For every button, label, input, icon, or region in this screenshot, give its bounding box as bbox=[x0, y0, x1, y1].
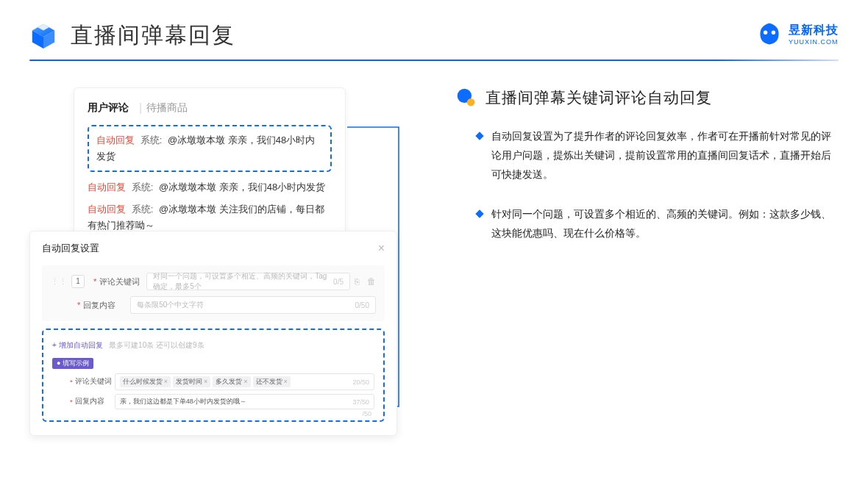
keyword-label: 评论关键词 bbox=[99, 276, 142, 287]
tab-separator: | bbox=[139, 101, 142, 115]
page-title: 直播间弹幕回复 bbox=[71, 21, 235, 51]
settings-modal: 自动回复设置 × ⋮⋮ 1 * 评论关键词 对同一个问题，可设置多个相近、高频的… bbox=[29, 231, 397, 436]
section-header: 直播间弹幕关键词评论自动回复 bbox=[456, 87, 839, 108]
required-mark: * bbox=[70, 398, 73, 406]
required-mark: * bbox=[70, 378, 73, 386]
keyword-tag[interactable]: 发货时间 bbox=[173, 376, 210, 387]
rule-number: 1 bbox=[71, 275, 85, 288]
brand-logo: 昱新科技 YUUXIN.COM bbox=[756, 21, 839, 47]
keyword-tag[interactable]: 还不发货 bbox=[253, 376, 291, 387]
keyword-tag[interactable]: 多久发货 bbox=[213, 376, 250, 387]
comment-tabs: 用户评论 | 待播商品 bbox=[88, 101, 332, 115]
auto-reply-tag: 自动回复 bbox=[96, 134, 135, 146]
comment-line: 自动回复 系统: @冰墩墩本墩 亲亲，我们48小时内发货 bbox=[96, 132, 323, 165]
svg-point-4 bbox=[764, 31, 767, 35]
tab-user-comments[interactable]: 用户评论 bbox=[88, 101, 129, 115]
content-counter: 0/50 bbox=[355, 301, 369, 309]
bullet-item: 自动回复设置为了提升作者的评论回复效率，作者可在开播前针对常见的评论用户问题，提… bbox=[456, 127, 839, 184]
brand-name-en: YUUXIN.COM bbox=[789, 38, 839, 46]
add-rule-hint: 最多可建10条 还可以创建9条 bbox=[109, 341, 204, 349]
ex-keyword-label: 评论关键词 bbox=[75, 377, 112, 387]
drag-handle-icon[interactable]: ⋮⋮ bbox=[51, 277, 67, 287]
keyword-placeholder: 对同一个问题，可设置多个相近、高频的关键词，Tag确定，最多5个 bbox=[153, 271, 333, 292]
comment-line: 自动回复 系统: @冰墩墩本墩 关注我们的店铺，每日都有热门推荐呦～ bbox=[88, 201, 332, 234]
required-mark: * bbox=[93, 277, 96, 286]
brand-name-cn: 昱新科技 bbox=[789, 23, 839, 38]
bullet-text: 自动回复设置为了提升作者的评论回复效率，作者可在开播前针对常见的评论用户问题，提… bbox=[491, 127, 839, 184]
comment-line: 自动回复 系统: @冰墩墩本墩 亲亲，我们48小时内发货 bbox=[88, 179, 332, 195]
screenshot-column: 用户评论 | 待播商品 自动回复 系统: @冰墩墩本墩 亲亲，我们48小时内发货… bbox=[29, 87, 383, 263]
page-header: 直播间弹幕回复 昱新科技 YUUXIN.COM bbox=[0, 0, 868, 60]
required-mark: * bbox=[77, 301, 80, 309]
keyword-input[interactable]: 对同一个问题，可设置多个相近、高频的关键词，Tag确定，最多5个 0/5 bbox=[146, 273, 350, 290]
trash-icon[interactable]: 🗑 bbox=[367, 276, 376, 287]
system-tag: 系统: bbox=[132, 204, 154, 215]
ex-content-box: 亲，我们这边都是下单48小时内发货的哦～ 37/50 bbox=[115, 394, 374, 409]
comment-text: @冰墩墩本墩 亲亲，我们48小时内发货 bbox=[159, 182, 325, 193]
content-placeholder: 每条限50个中文字符 bbox=[137, 300, 204, 310]
close-icon[interactable]: × bbox=[378, 242, 385, 255]
auto-reply-tag: 自动回复 bbox=[88, 182, 126, 193]
ex-content-label: 回复内容 bbox=[75, 397, 112, 406]
svg-point-5 bbox=[772, 31, 775, 35]
content-input[interactable]: 每条限50个中文字符 0/50 bbox=[130, 296, 376, 314]
system-tag: 系统: bbox=[140, 134, 163, 146]
rule-card: ⋮⋮ 1 * 评论关键词 对同一个问题，可设置多个相近、高频的关键词，Tag确定… bbox=[42, 265, 385, 321]
svg-point-7 bbox=[467, 98, 475, 107]
bullet-item: 针对同一个问题，可设置多个相近的、高频的关键词。例如：这款多少钱、这块能优惠吗、… bbox=[456, 205, 839, 243]
highlighted-comment: 自动回复 系统: @冰墩墩本墩 亲亲，我们48小时内发货 bbox=[88, 125, 332, 172]
example-highlight: + 增加自动回复 最多可建10条 还可以创建9条 ● 填写示例 * 评论关键词 … bbox=[42, 329, 385, 422]
diamond-bullet-icon bbox=[475, 132, 483, 140]
keyword-counter: 0/5 bbox=[333, 278, 344, 286]
comment-panel: 用户评论 | 待播商品 自动回复 系统: @冰墩墩本墩 亲亲，我们48小时内发货… bbox=[74, 87, 346, 251]
diamond-bullet-icon bbox=[475, 209, 483, 218]
auto-reply-tag: 自动回复 bbox=[88, 204, 126, 215]
brand-icon bbox=[756, 21, 783, 47]
chat-bubble-icon bbox=[456, 87, 477, 108]
outer-counter: /50 bbox=[362, 410, 371, 417]
example-badge: ● 填写示例 bbox=[52, 358, 93, 369]
copy-icon[interactable]: ⎘ bbox=[355, 277, 360, 286]
keyword-tag[interactable]: 什么时候发货 bbox=[120, 376, 171, 387]
content-label: 回复内容 bbox=[83, 300, 126, 311]
bullet-text: 针对同一个问题，可设置多个相近的、高频的关键词。例如：这款多少钱、这块能优惠吗、… bbox=[491, 205, 839, 243]
ex-keyword-counter: 20/50 bbox=[352, 378, 369, 386]
ex-keyword-box: 什么时候发货 发货时间 多久发货 还不发货 20/50 bbox=[115, 373, 374, 390]
ex-content-counter: 37/50 bbox=[352, 398, 369, 406]
cube-icon bbox=[29, 22, 57, 50]
system-tag: 系统: bbox=[132, 182, 154, 193]
ex-content-value: 亲，我们这边都是下单48小时内发货的哦～ bbox=[120, 397, 246, 406]
description-column: 直播间弹幕关键词评论自动回复 自动回复设置为了提升作者的评论回复效率，作者可在开… bbox=[383, 87, 839, 263]
section-title: 直播间弹幕关键词评论自动回复 bbox=[485, 87, 712, 108]
modal-title: 自动回复设置 bbox=[42, 242, 99, 255]
add-rule-link[interactable]: + 增加自动回复 bbox=[52, 340, 103, 351]
tab-pending-goods[interactable]: 待播商品 bbox=[146, 101, 188, 115]
